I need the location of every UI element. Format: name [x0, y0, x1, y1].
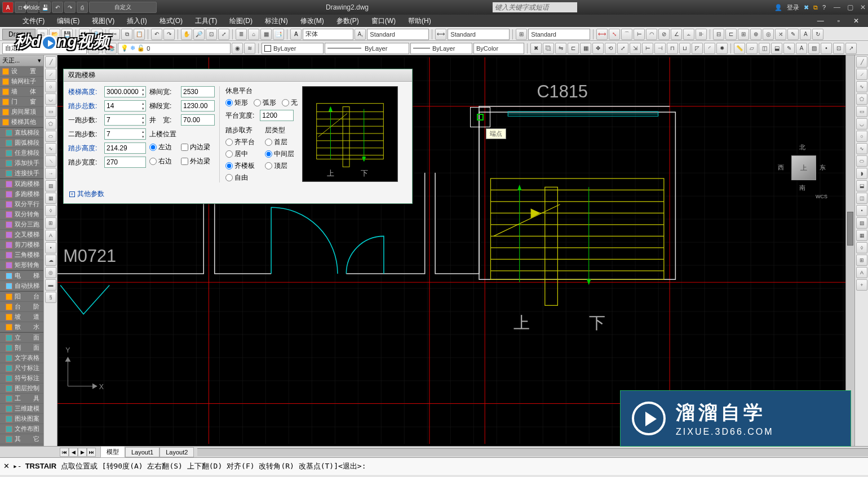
v-pt2-icon[interactable]: •: [856, 205, 867, 216]
layer-dropdown[interactable]: 💡 ❄ 🔓 0: [118, 43, 231, 54]
v-reg-icon[interactable]: ◊: [856, 242, 867, 253]
tb-preview-icon[interactable]: 🔍: [91, 29, 103, 40]
lineweight-dropdown[interactable]: ByLayer: [410, 43, 472, 54]
radio-up-right[interactable]: 右边: [149, 157, 178, 168]
mod-chamfer-icon[interactable]: ◸: [692, 43, 703, 54]
mtext2-icon[interactable]: A: [45, 230, 56, 241]
linetype-dropdown[interactable]: ByLayer: [325, 43, 409, 54]
mod-scale-icon[interactable]: ⤢: [617, 43, 628, 54]
radio-align-free[interactable]: 自由: [225, 173, 255, 182]
tz-item[interactable]: 门 窗: [0, 97, 43, 107]
menu-insert[interactable]: 插入(I): [121, 15, 152, 27]
tb-dc-icon[interactable]: ⌂: [248, 29, 259, 40]
input-gap[interactable]: 2530: [181, 86, 215, 97]
menu-window[interactable]: 窗口(W): [366, 15, 401, 27]
tz-item[interactable]: 轴网柱子: [0, 77, 43, 87]
tz-item[interactable]: 剖 面: [0, 343, 43, 353]
v-spline-icon[interactable]: ∿: [856, 143, 867, 154]
input-platform-w[interactable]: 1200: [260, 110, 294, 121]
meas-dist-icon[interactable]: 📏: [734, 43, 745, 54]
radio-floor-first[interactable]: 首层: [265, 137, 294, 147]
tz-item[interactable]: 台 阶: [0, 302, 43, 312]
v-line-icon[interactable]: ╱: [856, 56, 867, 68]
text-icon[interactable]: A: [796, 43, 807, 54]
mod-extend-icon[interactable]: ⊣: [654, 43, 666, 54]
radio-align-plat[interactable]: 齐平台: [225, 137, 255, 147]
dim-ord-icon[interactable]: ⊢: [634, 29, 645, 40]
dim-edit-icon[interactable]: ✎: [787, 29, 799, 40]
ellipse-icon[interactable]: ⬭: [45, 131, 56, 142]
dim-break-icon[interactable]: ⊏: [725, 29, 737, 40]
layer-props-icon[interactable]: 📚: [105, 43, 117, 54]
line-icon[interactable]: ╱: [45, 56, 56, 68]
radio-rest-none[interactable]: 无: [282, 98, 298, 108]
tz-item[interactable]: 房间屋顶: [0, 107, 43, 117]
xline-icon[interactable]: ⟍: [45, 155, 56, 167]
tz-item[interactable]: 圆弧梯段: [0, 138, 43, 148]
dim-linear-icon[interactable]: ⟷: [596, 29, 608, 40]
tz-item[interactable]: 图块图案: [0, 414, 43, 424]
doc-tab[interactable]: Draw...: [2, 29, 36, 40]
tz-item[interactable]: 散 水: [0, 322, 43, 332]
mod-array-icon[interactable]: ▦: [580, 43, 591, 54]
helix-icon[interactable]: §: [45, 292, 56, 303]
table-icon[interactable]: ⊞: [45, 217, 56, 229]
ray-icon[interactable]: →: [45, 168, 56, 179]
save-icon[interactable]: 💾: [39, 2, 51, 13]
radio-rest-rect[interactable]: 矩形: [225, 98, 248, 108]
horizontal-scrollbar[interactable]: [197, 448, 868, 456]
mod-rotate-icon[interactable]: ⟲: [605, 43, 616, 54]
menu-help[interactable]: 帮助(H): [402, 15, 437, 27]
tz-item[interactable]: 矩形转角: [0, 260, 43, 270]
tab-first-icon[interactable]: ⏮: [60, 448, 69, 457]
region-icon[interactable]: ◊: [45, 205, 56, 216]
tb-zoom-icon[interactable]: 🔎: [193, 29, 205, 40]
mleader-icon[interactable]: ↗: [845, 43, 857, 54]
ws-settings-icon[interactable]: ⚙: [88, 43, 99, 54]
tb-tablestyle-icon[interactable]: ⊞: [516, 29, 527, 40]
menu-view[interactable]: 视图(V): [86, 15, 120, 27]
menu-file[interactable]: 文件(F): [17, 15, 50, 27]
redo-icon[interactable]: ↷: [64, 2, 76, 13]
tz-item[interactable]: 三角楼梯: [0, 250, 43, 260]
input-run2[interactable]: 7: [104, 128, 146, 140]
v-poly-icon[interactable]: ⬠: [856, 93, 867, 105]
dimstyle-dropdown[interactable]: Standard: [448, 29, 510, 40]
revcloud-icon[interactable]: ☁: [45, 255, 56, 266]
v-add-icon[interactable]: +: [856, 279, 867, 291]
tab-prev-icon[interactable]: ◀: [69, 448, 78, 457]
v-xline-icon[interactable]: ⟋: [856, 69, 867, 80]
tb-open-icon[interactable]: 📂: [49, 29, 60, 40]
font-dropdown[interactable]: 宋体: [303, 29, 353, 40]
close-icon[interactable]: ✕: [860, 3, 866, 11]
input-step-w[interactable]: 270: [104, 157, 146, 168]
tb-new-icon[interactable]: □: [37, 29, 48, 40]
command-line[interactable]: ✕ ▸- TRSTAIR 点取位置或 [转90度(A) 左右翻(S) 上下翻(D…: [0, 457, 868, 474]
tb-undo-icon[interactable]: ↶: [151, 29, 162, 40]
menu-format[interactable]: 格式(O): [154, 15, 188, 27]
layer-off-icon[interactable]: ◉: [232, 43, 243, 54]
radio-up-left[interactable]: 左边: [149, 142, 178, 154]
tz-item[interactable]: 双分平行: [0, 199, 43, 209]
tz-item[interactable]: 文件布图: [0, 424, 43, 434]
tz-item[interactable]: 双分转角: [0, 209, 43, 220]
tb-copy-icon[interactable]: ⧉: [121, 29, 132, 40]
doc-close-icon[interactable]: ✕: [848, 16, 865, 26]
dim-space-icon[interactable]: ⊟: [713, 29, 724, 40]
check-outer-beam[interactable]: 外边梁: [181, 157, 215, 168]
dim-insp-icon[interactable]: ◎: [763, 29, 774, 40]
app-menu-icon[interactable]: A: [2, 2, 14, 13]
tab-layout1[interactable]: Layout1: [125, 447, 160, 457]
radio-align-board[interactable]: 齐楼板: [225, 161, 255, 171]
dim-cont-icon[interactable]: ⊪: [696, 29, 707, 40]
tb-ssm-icon[interactable]: 📑: [273, 29, 284, 40]
tz-item[interactable]: 图层控制: [0, 384, 43, 394]
cmd-toggle-icon[interactable]: ✕: [3, 462, 10, 470]
tz-item[interactable]: 多跑楼梯: [0, 189, 43, 199]
input-well[interactable]: 70.00: [181, 114, 215, 126]
radio-floor-top[interactable]: 顶层: [265, 161, 294, 171]
plotstyle-dropdown[interactable]: ByColor: [473, 43, 524, 54]
v-ins-icon[interactable]: ⬓: [856, 180, 867, 191]
v-circle-icon[interactable]: ○: [856, 131, 867, 142]
polygon-icon[interactable]: ⬠: [45, 118, 56, 130]
